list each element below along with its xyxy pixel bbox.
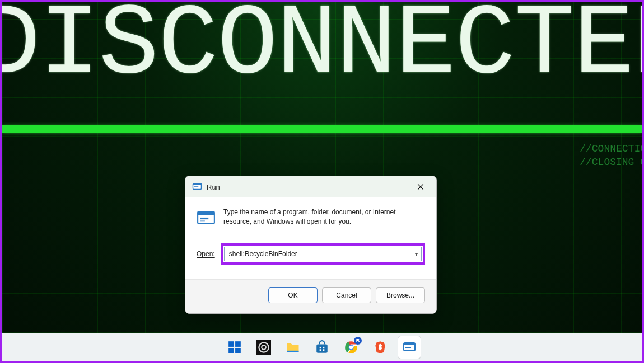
- svg-rect-25: [405, 347, 411, 348]
- taskbar-app-ms-store[interactable]: [310, 336, 334, 359]
- run-window-icon: [192, 182, 202, 192]
- run-open-value: shell:RecycleBinFolder: [229, 250, 297, 258]
- wallpaper-hero-text: DISCONNECTED: [2, 2, 642, 102]
- svg-point-22: [349, 345, 353, 349]
- windows-start-icon: [227, 340, 242, 355]
- run-titlebar[interactable]: Run: [185, 176, 436, 197]
- run-dialog: Run Type the name of a program, folder, …: [185, 176, 437, 314]
- ok-button[interactable]: OK: [268, 287, 318, 303]
- brave-icon: [373, 340, 388, 355]
- wallpaper-accent-bar: [2, 125, 642, 133]
- run-window-icon: [403, 341, 416, 354]
- start-button[interactable]: [223, 336, 246, 359]
- svg-rect-1: [193, 183, 202, 185]
- svg-rect-4: [198, 211, 214, 215]
- svg-rect-14: [287, 350, 299, 351]
- folder-icon: [285, 340, 301, 355]
- run-open-label: Open:: [197, 250, 215, 258]
- annotation-highlight: shell:RecycleBinFolder ▾: [221, 243, 425, 265]
- svg-rect-6: [200, 220, 205, 221]
- badge-icon: B: [354, 337, 362, 345]
- svg-rect-2: [194, 186, 199, 187]
- svg-rect-8: [235, 341, 241, 347]
- run-window-icon: [197, 209, 216, 228]
- taskbar-app-file-explorer[interactable]: [281, 336, 305, 359]
- taskbar-app-chrome[interactable]: B: [339, 336, 363, 359]
- svg-point-13: [262, 345, 266, 350]
- svg-rect-9: [228, 348, 234, 353]
- svg-rect-10: [235, 348, 241, 353]
- browse-button[interactable]: Browse...: [376, 287, 425, 303]
- chevron-down-icon[interactable]: ▾: [415, 251, 418, 257]
- taskbar-app-brave[interactable]: [368, 336, 392, 359]
- wallpaper-subtext: //CONNECTIO //CLOSING O: [580, 142, 642, 169]
- run-open-combobox[interactable]: shell:RecycleBinFolder ▾: [224, 247, 422, 261]
- taskbar-app-run[interactable]: [398, 336, 421, 359]
- svg-rect-24: [404, 343, 415, 345]
- run-close-button[interactable]: [409, 178, 432, 196]
- svg-rect-17: [323, 346, 324, 348]
- taskbar: B: [2, 333, 642, 361]
- run-description: Type the name of a program, folder, docu…: [223, 208, 425, 227]
- svg-rect-16: [320, 346, 321, 348]
- taskbar-app-obs[interactable]: [252, 336, 276, 359]
- svg-rect-7: [228, 341, 234, 347]
- screenshot-frame: DISCONNECTED //CONNECTIO //CLOSING O Run: [0, 0, 644, 363]
- svg-rect-15: [316, 344, 328, 352]
- svg-rect-18: [320, 349, 321, 351]
- run-title-text: Run: [207, 183, 220, 191]
- svg-rect-19: [323, 349, 324, 351]
- obs-icon: [256, 340, 271, 355]
- ms-store-icon: [315, 340, 329, 355]
- svg-rect-5: [200, 218, 208, 219]
- run-footer: OK Cancel Browse...: [185, 279, 436, 313]
- cancel-button[interactable]: Cancel: [322, 287, 371, 303]
- close-icon: [417, 183, 424, 190]
